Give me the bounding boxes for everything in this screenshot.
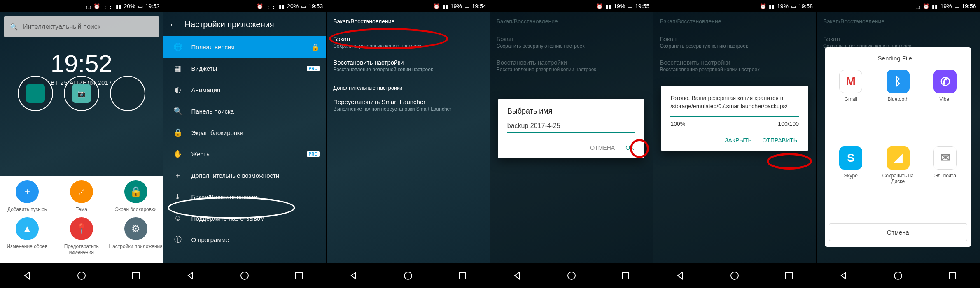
cancel-button[interactable]: ОТМЕНА bbox=[590, 144, 615, 151]
svg-point-10 bbox=[894, 272, 902, 279]
share-cancel-button[interactable]: Отмена bbox=[829, 223, 967, 241]
nav-recent[interactable] bbox=[783, 269, 795, 282]
menu-item-label: Тема bbox=[54, 207, 109, 212]
nav-home[interactable] bbox=[565, 269, 578, 282]
launcher-menu-item[interactable]: ⚙Настройки приложения bbox=[109, 217, 163, 255]
nfc-icon: ⬚ bbox=[915, 3, 920, 9]
progress-count: 100/100 bbox=[778, 121, 799, 127]
statusbar: ⬚ ⏰ ⋮⋮ ▮▮ 20% ▭ 19:52 bbox=[0, 0, 163, 12]
signal-icon: ▮▮ bbox=[932, 3, 938, 9]
battery-pct: 19% bbox=[777, 3, 789, 9]
nav-back[interactable] bbox=[674, 269, 686, 282]
statusbar: ⏰ ▮▮ 19% ▭ 19:58 bbox=[653, 0, 816, 12]
svg-point-8 bbox=[731, 272, 738, 279]
battery-icon: ▭ bbox=[138, 3, 143, 9]
share-target[interactable]: MGmail bbox=[829, 70, 873, 136]
reinstall-item[interactable]: Переустановить Smart Launcher Выполнение… bbox=[327, 93, 490, 117]
share-title: Sending File… bbox=[829, 55, 967, 62]
dock-bubble[interactable] bbox=[110, 76, 145, 111]
share-app-icon: ◢ bbox=[887, 146, 910, 170]
nav-back[interactable] bbox=[511, 269, 523, 282]
statusbar: ⬚ ⏰ ▮▮ 19% ▭ 19:56 bbox=[817, 0, 980, 12]
wifi-icon: ⋮⋮ bbox=[266, 3, 276, 9]
row-label: Виджеты bbox=[191, 65, 298, 72]
svg-rect-3 bbox=[296, 272, 302, 279]
name-dialog: Выбрать имя backup 2017-4-25 ОТМЕНА OK bbox=[498, 99, 645, 158]
settings-row[interactable]: 🔍Панель поиска bbox=[163, 100, 327, 122]
settings-row[interactable]: 🔒Экран блокировки bbox=[163, 122, 327, 143]
settings-row[interactable]: ◐Анимация bbox=[163, 79, 327, 100]
launcher-menu-item[interactable]: 🔒Экран блокировки bbox=[109, 180, 163, 212]
screen-home: ⬚ ⏰ ⋮⋮ ▮▮ 20% ▭ 19:52 🔍 Интеллектуальный… bbox=[0, 0, 163, 288]
backup-name-input[interactable]: backup 2017-4-25 bbox=[507, 122, 636, 133]
restore-item[interactable]: Восстановить настройки Восстановление ре… bbox=[327, 54, 490, 77]
close-button[interactable]: ЗАКРЫТЬ bbox=[725, 137, 751, 144]
navbar bbox=[0, 263, 163, 288]
menu-item-icon: 📍 bbox=[70, 217, 93, 240]
nav-recent[interactable] bbox=[130, 269, 142, 282]
launcher-menu-item[interactable]: ▲Изменение обоев bbox=[0, 217, 54, 255]
status-time: 19:55 bbox=[635, 3, 649, 9]
settings-row[interactable]: ☺Поддержите нас отзывом bbox=[163, 207, 327, 229]
statusbar: ⏰ ⋮⋮ ▮▮ 20% ▭ 19:53 bbox=[163, 0, 327, 12]
lock-icon: 🔒 bbox=[311, 43, 320, 51]
nav-recent[interactable] bbox=[456, 269, 469, 282]
row-label: Поддержите нас отзывом bbox=[191, 215, 320, 222]
launcher-menu-item[interactable]: +Добавить пузырь bbox=[0, 180, 54, 212]
progress-row: 100% 100/100 bbox=[670, 121, 799, 127]
nav-home[interactable] bbox=[892, 269, 904, 282]
share-target[interactable]: ᛒBluetooth bbox=[876, 70, 920, 136]
settings-row[interactable]: ⤓Бэкап/Восстановление bbox=[163, 186, 327, 207]
settings-row[interactable]: ✋ЖестыPRO bbox=[163, 143, 327, 165]
pro-badge: PRO bbox=[307, 66, 320, 71]
search-input[interactable]: 🔍 Интеллектуальный поиск bbox=[4, 16, 159, 37]
dialog-title: Выбрать имя bbox=[507, 107, 636, 116]
nav-recent[interactable] bbox=[619, 269, 632, 282]
nav-recent[interactable] bbox=[293, 269, 305, 282]
nav-home[interactable] bbox=[728, 269, 741, 282]
share-target[interactable]: SSkype bbox=[829, 146, 873, 218]
row-icon: ⤓ bbox=[173, 192, 182, 201]
dock-bubble[interactable] bbox=[18, 76, 53, 111]
nav-home[interactable] bbox=[75, 269, 88, 282]
battery-pct: 20% bbox=[124, 3, 135, 9]
launcher-menu-item[interactable]: ⟋Тема bbox=[54, 180, 109, 212]
nav-back[interactable] bbox=[348, 269, 360, 282]
dock-bubble[interactable]: 📷 bbox=[64, 76, 99, 111]
menu-item-icon: 🔒 bbox=[124, 180, 147, 203]
battery-pct: 19% bbox=[450, 3, 462, 9]
nav-back[interactable] bbox=[838, 269, 850, 282]
ok-button[interactable]: OK bbox=[625, 144, 634, 151]
share-target[interactable]: ✆Viber bbox=[923, 70, 967, 136]
share-target[interactable]: ◢Сохранить на Диске bbox=[876, 146, 920, 218]
back-arrow-icon[interactable]: ← bbox=[169, 20, 177, 29]
nav-home[interactable] bbox=[238, 269, 251, 282]
nav-recent[interactable] bbox=[946, 269, 959, 282]
svg-rect-11 bbox=[949, 272, 956, 279]
alarm-icon: ⏰ bbox=[93, 3, 100, 9]
nav-home[interactable] bbox=[402, 269, 414, 282]
share-app-icon: S bbox=[839, 146, 862, 170]
menu-item-icon: ▲ bbox=[16, 217, 39, 240]
pro-badge: PRO bbox=[307, 151, 320, 157]
signal-icon: ▮▮ bbox=[769, 3, 775, 9]
status-time: 19:52 bbox=[145, 3, 160, 9]
nav-back[interactable] bbox=[184, 269, 197, 282]
backup-item[interactable]: Бэкап Сохранить резервную копию настроек bbox=[327, 30, 490, 54]
settings-row[interactable]: 🌐Полная версия🔒 bbox=[163, 36, 327, 58]
row-icon: 🔍 bbox=[173, 107, 182, 116]
svg-rect-1 bbox=[133, 272, 139, 279]
share-app-icon: M bbox=[839, 70, 862, 93]
launcher-menu-item[interactable]: 📍Предотвратить изменения bbox=[54, 217, 109, 255]
settings-row[interactable]: ＋Дополнительные возможности bbox=[163, 165, 327, 186]
settings-row[interactable]: ⓘО программе bbox=[163, 229, 327, 250]
share-target[interactable]: ✉Эл. почта bbox=[923, 146, 967, 218]
settings-row[interactable]: ▦ВиджетыPRO bbox=[163, 58, 327, 79]
screen-name-dialog: ⏰ ▮▮ 19% ▭ 19:55 Бэкап/Восстановление Бэ… bbox=[490, 0, 653, 288]
nav-back[interactable] bbox=[21, 269, 33, 282]
progress-bar bbox=[670, 116, 799, 117]
battery-pct: 19% bbox=[940, 3, 952, 9]
send-button[interactable]: ОТПРАВИТЬ bbox=[763, 137, 797, 144]
item-subtitle: Сохранить резервную копию настроек bbox=[333, 43, 483, 49]
share-app-label: Bluetooth bbox=[876, 96, 920, 102]
